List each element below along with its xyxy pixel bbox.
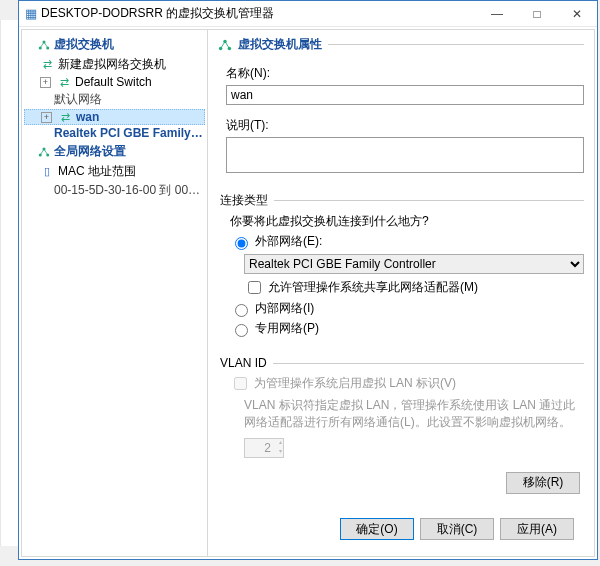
expand-icon[interactable]: + xyxy=(41,112,52,123)
name-input[interactable] xyxy=(226,85,584,105)
ok-button[interactable]: 确定(O) xyxy=(340,518,414,540)
radio-private[interactable]: 专用网络(P) xyxy=(230,320,584,337)
section-virtual-switches: 虚拟交换机 xyxy=(24,34,205,55)
tree-wan[interactable]: + ⇄ wan xyxy=(24,109,205,125)
tree-mac-values[interactable]: 00-15-5D-30-16-00 到 00-15-5D-3... xyxy=(24,181,205,200)
remove-button[interactable]: 移除(R) xyxy=(506,472,580,494)
group-title: VLAN ID xyxy=(220,356,267,370)
dialog-footer: 确定(O) 取消(C) 应用(A) xyxy=(218,509,584,548)
right-panel: 虚拟交换机属性 名称(N): 说明(T): 连接类型 你要将此虚拟交换机连接到什… xyxy=(208,30,594,556)
apply-button[interactable]: 应用(A) xyxy=(500,518,574,540)
switch-icon xyxy=(218,38,232,52)
window-title: DESKTOP-DODRSRR 的虚拟交换机管理器 xyxy=(41,5,477,22)
switch-icon: ⇄ xyxy=(57,76,71,89)
label: wan xyxy=(76,110,99,124)
label: MAC 地址范围 xyxy=(58,163,136,180)
label: 新建虚拟网络交换机 xyxy=(58,56,166,73)
expand-icon[interactable]: + xyxy=(40,77,51,88)
nic-icon: ▯ xyxy=(40,165,54,178)
tree-wan-adapter[interactable]: Realtek PCI GBE Family Contr... xyxy=(24,125,205,141)
label: 默认网络 xyxy=(54,91,102,108)
hyperv-vswitch-manager-window: ▦ DESKTOP-DODRSRR 的虚拟交换机管理器 — □ ✕ 虚拟交换机 … xyxy=(18,0,598,560)
desc-input[interactable] xyxy=(226,137,584,173)
vlan-help-text: VLAN 标识符指定虚拟 LAN，管理操作系统使用该 LAN 通过此网络适配器进… xyxy=(244,397,584,432)
minimize-button[interactable]: — xyxy=(477,1,517,26)
network-icon xyxy=(38,39,50,51)
tree-default-switch[interactable]: + ⇄ Default Switch xyxy=(24,74,205,90)
radio-private-input[interactable] xyxy=(235,324,248,337)
vlan-group: VLAN ID 为管理操作系统启用虚拟 LAN 标识(V) VLAN 标识符指定… xyxy=(220,356,584,458)
vlan-id-spinner: 2 xyxy=(244,438,284,458)
close-button[interactable]: ✕ xyxy=(557,1,597,26)
allow-mgmt-check[interactable]: 允许管理操作系统共享此网络适配器(M) xyxy=(244,278,584,297)
vlan-enable-check: 为管理操作系统启用虚拟 LAN 标识(V) xyxy=(230,374,584,393)
tree-new-vswitch[interactable]: ⇄ 新建虚拟网络交换机 xyxy=(24,55,205,74)
label: Realtek PCI GBE Family Contr... xyxy=(54,126,204,140)
external-adapter-select[interactable]: Realtek PCI GBE Family Controller xyxy=(244,254,584,274)
network-icon xyxy=(38,146,50,158)
new-switch-icon: ⇄ xyxy=(40,58,54,71)
desc-label: 说明(T): xyxy=(226,117,584,134)
props-header: 虚拟交换机属性 xyxy=(218,36,584,53)
titlebar[interactable]: ▦ DESKTOP-DODRSRR 的虚拟交换机管理器 — □ ✕ xyxy=(19,1,597,27)
left-tree: 虚拟交换机 ⇄ 新建虚拟网络交换机 + ⇄ Default Switch 默认网… xyxy=(22,30,208,556)
maximize-button[interactable]: □ xyxy=(517,1,557,26)
app-icon: ▦ xyxy=(25,6,37,21)
radio-external[interactable]: 外部网络(E): xyxy=(230,233,584,250)
tree-default-network[interactable]: 默认网络 xyxy=(24,90,205,109)
switch-icon: ⇄ xyxy=(58,111,72,124)
name-label: 名称(N): xyxy=(226,65,584,82)
vlan-enable-input xyxy=(234,377,247,390)
radio-internal-input[interactable] xyxy=(235,304,248,317)
group-title: 连接类型 xyxy=(220,192,268,209)
radio-internal[interactable]: 内部网络(I) xyxy=(230,300,584,317)
conn-prompt: 你要将此虚拟交换机连接到什么地方? xyxy=(230,213,584,230)
connection-group: 连接类型 你要将此虚拟交换机连接到什么地方? 外部网络(E): Realtek … xyxy=(220,192,584,340)
label: Default Switch xyxy=(75,75,152,89)
section-global: 全局网络设置 xyxy=(24,141,205,162)
cancel-button[interactable]: 取消(C) xyxy=(420,518,494,540)
label: 00-15-5D-30-16-00 到 00-15-5D-3... xyxy=(54,182,204,199)
tree-mac-range[interactable]: ▯ MAC 地址范围 xyxy=(24,162,205,181)
allow-mgmt-input[interactable] xyxy=(248,281,261,294)
radio-external-input[interactable] xyxy=(235,237,248,250)
